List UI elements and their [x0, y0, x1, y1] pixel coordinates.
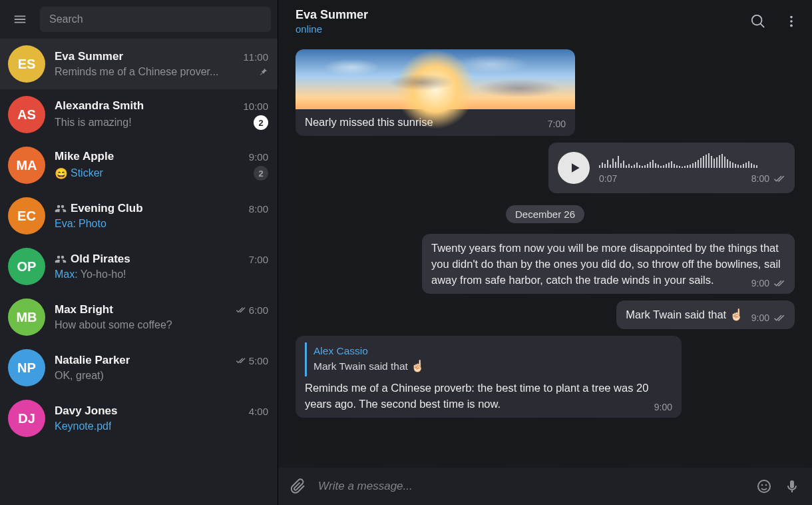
play-button[interactable] — [558, 152, 590, 184]
header-actions — [751, 14, 799, 29]
point-up-emoji: ☝🏻 — [729, 308, 743, 321]
sidebar: ESEva Summer11:00Reminds me of a Chinese… — [0, 0, 278, 505]
date-separator: December 26 — [296, 205, 795, 223]
chat-item-badges — [258, 67, 268, 77]
chat-header: Eva Summer online — [278, 0, 812, 43]
message-text: Twenty years from now you will be more d… — [431, 242, 781, 286]
main-pane: Eva Summer online Nearly missed this sun… — [278, 0, 812, 505]
chat-preview: Eva: Photo — [55, 218, 106, 230]
avatar: EC — [8, 197, 45, 235]
chat-item-body: Natalie Parker 5:00OK, great) — [55, 349, 268, 386]
chat-item-body: Mike Apple9:00😄 Sticker2 — [55, 147, 268, 184]
chat-item[interactable]: ASAlexandra Smith10:00This is amazing!2 — [0, 89, 278, 140]
message-time: 7:00 — [548, 117, 566, 131]
message-outgoing: Mark Twain said that ☝🏻 9:00 — [296, 300, 795, 329]
chat-time: 10:00 — [243, 101, 268, 112]
attach-icon[interactable] — [290, 478, 306, 494]
message-input[interactable] — [318, 480, 744, 493]
chat-title: Eva Summer — [296, 8, 368, 22]
avatar: AS — [8, 96, 45, 133]
pin-icon — [258, 67, 268, 77]
svg-point-2 — [790, 25, 793, 27]
read-receipt-icon — [236, 304, 246, 315]
message-text: Reminds me of a Chinese proverb: the bes… — [305, 382, 648, 410]
chat-status: online — [296, 23, 368, 35]
date-chip: December 26 — [506, 205, 584, 223]
preview-link: Keynote.pdf — [55, 420, 111, 432]
svg-point-3 — [758, 480, 770, 492]
message-text: Mark Twain said that — [626, 308, 729, 320]
emoji-icon[interactable] — [756, 478, 772, 494]
sunrise-image — [296, 49, 575, 109]
chat-item[interactable]: MAMike Apple9:00😄 Sticker2 — [0, 140, 278, 191]
text-message[interactable]: Twenty years from now you will be more d… — [422, 234, 795, 294]
chat-item[interactable]: OPOld Pirates7:00Max: Yo-ho-ho! — [0, 241, 278, 292]
chat-name: Eva Summer — [55, 50, 123, 63]
chat-name: Natalie Parker — [55, 354, 130, 367]
chat-time: 7:00 — [249, 254, 268, 265]
chat-preview: Max: Yo-ho-ho! — [55, 268, 126, 280]
menu-button[interactable] — [7, 6, 33, 33]
chat-item[interactable]: MBMax Bright 6:00How about some coffee? — [0, 292, 278, 342]
text-message[interactable]: Mark Twain said that ☝🏻 9:00 — [616, 300, 795, 329]
preview-sender: Max: — [55, 268, 78, 280]
message-outgoing: Twenty years from now you will be more d… — [296, 234, 795, 294]
microphone-icon[interactable] — [784, 478, 800, 494]
composer — [278, 468, 812, 505]
chat-item-body: Max Bright 6:00How about some coffee? — [55, 298, 268, 336]
text-message-with-reply[interactable]: Alex Cassio Mark Twain said that ☝🏻 Remi… — [296, 336, 682, 418]
chat-preview: Reminds me of a Chinese prover... — [55, 66, 218, 78]
voice-body: 0:07 8:00 — [599, 151, 785, 185]
unread-badge: 2 — [254, 166, 268, 181]
chat-item-body: Evening Club8:00Eva: Photo — [55, 197, 268, 235]
reply-text: Mark Twain said that ☝🏻 — [313, 358, 672, 375]
group-icon — [55, 253, 67, 265]
chat-item-body: Davy Jones4:00Keynote.pdf — [55, 400, 268, 437]
chat-name: Mike Apple — [55, 150, 114, 163]
point-up-emoji: ☝🏻 — [411, 360, 425, 372]
waveform[interactable] — [599, 151, 785, 168]
chat-time: 4:00 — [249, 406, 268, 417]
chat-item-body: Old Pirates7:00Max: Yo-ho-ho! — [55, 248, 268, 285]
preview-text: This is amazing! — [55, 117, 132, 129]
chat-item[interactable]: ESEva Summer11:00Reminds me of a Chinese… — [0, 39, 278, 89]
chat-time: 5:00 — [236, 355, 268, 366]
chat-preview: OK, great) — [55, 370, 104, 382]
unread-badge: 2 — [254, 115, 268, 130]
chat-item-badges: 2 — [254, 115, 268, 130]
play-icon — [568, 161, 582, 175]
chat-item-badges: 2 — [254, 166, 268, 181]
avatar: DJ — [8, 400, 45, 437]
chat-item[interactable]: NPNatalie Parker 5:00OK, great) — [0, 342, 278, 393]
read-receipt-icon — [773, 277, 785, 289]
chat-item[interactable]: ECEvening Club8:00Eva: Photo — [0, 191, 278, 241]
read-receipt-icon — [773, 312, 785, 324]
search-icon[interactable] — [751, 14, 765, 29]
voice-message[interactable]: 0:07 8:00 — [548, 143, 795, 193]
voice-duration: 0:07 — [599, 172, 617, 185]
avatar: MB — [8, 298, 45, 336]
emoji: 😄 — [55, 167, 68, 180]
more-icon[interactable] — [784, 14, 799, 29]
search-field[interactable] — [40, 7, 271, 32]
message-incoming: Nearly missed this sunrise 7:00 — [296, 49, 795, 136]
chat-list: ESEva Summer11:00Reminds me of a Chinese… — [0, 39, 278, 505]
chat-time: 8:00 — [249, 203, 268, 215]
message-time: 9:00 — [751, 311, 769, 324]
svg-point-5 — [765, 484, 767, 486]
avatar: ES — [8, 45, 45, 83]
search-input[interactable] — [49, 13, 262, 25]
image-message[interactable]: Nearly missed this sunrise 7:00 — [296, 49, 575, 136]
preview-text: Yo-ho-ho! — [81, 268, 126, 280]
svg-point-1 — [790, 20, 793, 23]
chat-item[interactable]: DJDavy Jones4:00Keynote.pdf — [0, 393, 278, 444]
messages-pane[interactable]: Nearly missed this sunrise 7:00 0:07 8:0… — [278, 43, 812, 468]
chat-name: Evening Club — [55, 202, 143, 215]
preview-link: Sticker — [71, 167, 103, 179]
avatar: MA — [8, 147, 45, 184]
reply-block[interactable]: Alex Cassio Mark Twain said that ☝🏻 — [305, 342, 672, 376]
chat-header-title-block[interactable]: Eva Summer online — [296, 8, 368, 35]
preview-link: Photo — [79, 218, 106, 230]
message-time: 8:00 — [751, 172, 769, 185]
svg-point-4 — [761, 484, 763, 486]
